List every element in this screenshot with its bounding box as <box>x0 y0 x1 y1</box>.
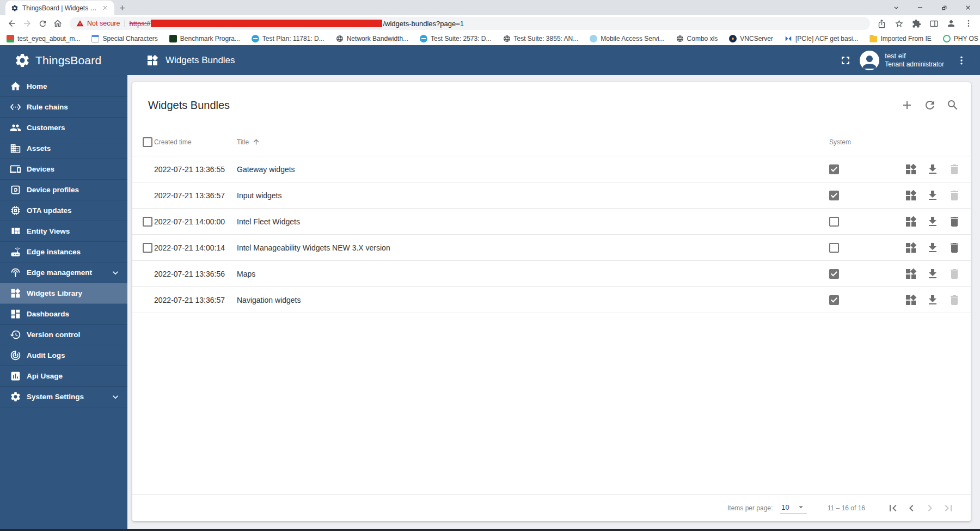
open-widgets-bundle-button[interactable] <box>904 215 918 229</box>
card-toolbar: Widgets Bundles <box>132 82 971 128</box>
system-checkbox <box>829 217 839 227</box>
export-widgets-bundle-button[interactable] <box>926 162 940 176</box>
side-panel-button[interactable] <box>927 16 941 30</box>
bookmark[interactable]: Mobile Access Servi... <box>590 35 664 42</box>
share-button[interactable] <box>874 16 889 30</box>
sidebar-item-entity-views[interactable]: Entity Views <box>0 221 127 242</box>
select-all-checkbox[interactable] <box>143 137 152 147</box>
profile-icon <box>946 19 956 28</box>
bookmark[interactable]: Test Suite: 2573: D... <box>420 35 491 42</box>
sidebar-item-customers[interactable]: Customers <box>0 118 127 138</box>
avatar[interactable] <box>860 51 879 70</box>
not-secure-label[interactable]: Not secure <box>87 20 120 27</box>
delete-widgets-bundle-button[interactable] <box>947 215 961 229</box>
chevron-down-icon <box>110 392 121 402</box>
table-row[interactable]: 2022-07-21 13:36:57 Navigation widgets <box>132 287 971 313</box>
export-widgets-bundle-button[interactable] <box>926 215 940 229</box>
sidebar-item-device-profiles[interactable]: Device profiles <box>0 180 127 200</box>
sidebar-item-widgets-library[interactable]: Widgets Library <box>0 283 127 304</box>
bookmark[interactable]: Test Suite: 3855: AN... <box>503 35 579 42</box>
row-checkbox[interactable] <box>143 243 152 253</box>
bookmark[interactable]: Network Bandwidth... <box>336 35 408 42</box>
table-row[interactable]: 2022-07-21 13:36:57 Input widgets <box>132 182 971 209</box>
refresh-button[interactable] <box>923 98 937 112</box>
sidebar-item-rule-chains[interactable]: Rule chains <box>0 97 127 118</box>
open-widgets-bundle-button[interactable] <box>904 267 918 281</box>
sidebar-item-label: Entity Views <box>27 227 70 235</box>
sidebar-item-edge-instances[interactable]: Edge instances <box>0 242 127 263</box>
items-per-page-select[interactable]: 10 <box>780 502 806 514</box>
home-button[interactable] <box>50 16 65 31</box>
minimize-button[interactable] <box>908 0 932 15</box>
logo-text: ThingsBoard <box>35 54 101 67</box>
open-widgets-bundle-button[interactable] <box>904 241 918 255</box>
extensions-button[interactable] <box>909 16 923 30</box>
app-header: Widgets Bundles test eif Tenant administ… <box>127 45 980 75</box>
bookmark[interactable]: Test Plan: 11781: D... <box>252 35 324 42</box>
column-title[interactable]: Title <box>237 138 829 146</box>
open-widgets-bundle-button[interactable] <box>904 293 918 307</box>
export-widgets-bundle-button[interactable] <box>926 241 940 255</box>
delete-widgets-bundle-button[interactable] <box>947 241 961 255</box>
bookmark[interactable]: test_eyeq_about_m... <box>7 35 80 42</box>
delete-widgets-bundle-button <box>947 293 961 307</box>
browser-menu-button[interactable] <box>961 16 976 30</box>
bookmark[interactable]: Benchmark Progra... <box>169 35 240 42</box>
export-widgets-bundle-button[interactable] <box>926 188 940 203</box>
bookmark[interactable]: Combo xls <box>676 35 718 42</box>
sidebar-item-audit-logs[interactable]: Audit Logs <box>0 345 127 366</box>
bookmark[interactable]: VNCServer <box>729 35 773 42</box>
sidebar-item-home[interactable]: Home <box>0 76 127 97</box>
restore-button[interactable] <box>932 0 956 15</box>
table-row[interactable]: 2022-07-21 13:36:56 Maps <box>132 261 971 287</box>
sidebar-item-api-usage[interactable]: Api Usage <box>0 366 127 387</box>
sidebar-item-ota-updates[interactable]: OTA updates <box>0 200 127 221</box>
bookmark-star-button[interactable] <box>892 16 906 30</box>
fullscreen-button[interactable] <box>835 50 856 71</box>
reload-button[interactable] <box>35 16 50 31</box>
delete-widgets-bundle-button <box>947 267 961 281</box>
previous-page-button[interactable] <box>902 499 921 517</box>
bookmark-folder[interactable]: Imported From IE <box>869 35 931 42</box>
table-row[interactable]: 2022-07-21 14:00:00 Intel Fleet Widgets <box>132 209 971 235</box>
browser-tab[interactable]: ThingsBoard | Widgets Bundles <box>5 1 114 15</box>
export-widgets-bundle-button[interactable] <box>926 267 940 281</box>
tab-close-icon[interactable] <box>102 4 109 11</box>
system-checkbox <box>829 243 839 253</box>
new-tab-button[interactable] <box>114 0 130 15</box>
column-created-time[interactable]: Created time <box>154 138 237 146</box>
bookmark-label: Imported From IE <box>880 35 931 42</box>
table-row[interactable]: 2022-07-21 13:36:55 Gateway widgets <box>132 156 971 182</box>
bookmark[interactable]: PHY OS 2041 <box>943 35 980 42</box>
sidebar-item-edge-management[interactable]: Edge management <box>0 263 127 283</box>
bookmark[interactable]: Special Characters <box>91 35 157 42</box>
column-system: System <box>829 138 889 146</box>
first-page-button[interactable] <box>884 499 902 517</box>
sidebar-item-devices[interactable]: Devices <box>0 159 127 180</box>
close-button[interactable] <box>956 0 980 15</box>
search-button[interactable] <box>946 98 960 112</box>
table-row[interactable]: 2022-07-21 14:00:14 Intel Manageability … <box>132 235 971 261</box>
open-widgets-bundle-button[interactable] <box>904 188 918 203</box>
sidebar-item-version-control[interactable]: Version control <box>0 325 127 345</box>
delete-widgets-bundle-button <box>947 188 961 203</box>
content-area: Widgets Bundles Created time Title Syste… <box>127 75 980 529</box>
sidebar-item-assets[interactable]: Assets <box>0 138 127 159</box>
sidebar: ThingsBoard Home Rule chains Customers A… <box>0 45 127 529</box>
export-widgets-bundle-button[interactable] <box>926 293 940 307</box>
bookmark[interactable]: [PCIe] ACF get basi... <box>785 35 858 42</box>
sidebar-item-system-settings[interactable]: System Settings <box>0 387 127 407</box>
add-widgets-bundle-button[interactable] <box>900 98 914 112</box>
delete-icon <box>948 163 961 176</box>
row-checkbox[interactable] <box>143 217 152 227</box>
forward-button[interactable] <box>20 16 35 31</box>
profile-button[interactable] <box>944 16 958 30</box>
tab-search-chevron-button[interactable] <box>884 0 908 15</box>
user-menu-button[interactable] <box>952 51 971 70</box>
thingsboard-logo[interactable]: ThingsBoard <box>0 45 127 76</box>
title-cell: Intel Manageability Widgets NEW 3.X vers… <box>237 243 829 252</box>
address-bar[interactable]: Not secure https:// /widgets-bundles?pag… <box>70 17 870 30</box>
open-widgets-bundle-button[interactable] <box>904 162 918 176</box>
back-button[interactable] <box>4 16 20 31</box>
sidebar-item-dashboards[interactable]: Dashboards <box>0 304 127 325</box>
